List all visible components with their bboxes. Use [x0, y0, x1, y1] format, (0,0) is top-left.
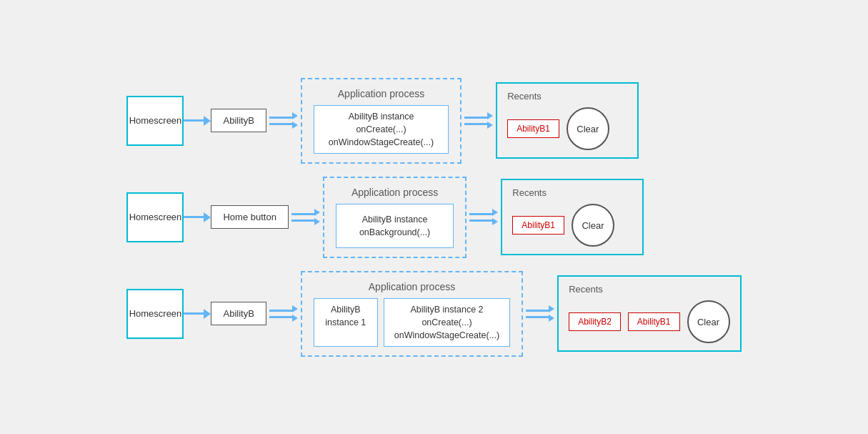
arrow-2-simple [184, 212, 211, 222]
diagram: Home screen AbilityB Application process [112, 64, 755, 371]
arrow-double-1b [464, 112, 493, 129]
arrow-head-2 [204, 212, 211, 222]
recents-box-1: Recents AbilityB1 Clear [496, 82, 639, 159]
clear-button-1[interactable]: Clear [567, 107, 609, 150]
recents-title-1: Recents [507, 91, 542, 102]
app-process-2: Application process AbilityB instance on… [323, 177, 467, 258]
arrow-1-simple [184, 116, 211, 126]
app-process-title-2: Application process [351, 187, 438, 198]
recents-item-3-1: AbilityB1 [628, 312, 680, 331]
recents-content-1: AbilityB1 Clear [507, 107, 609, 150]
clear-button-3[interactable]: Clear [687, 300, 730, 343]
row-1: Home screen AbilityB Application process [126, 78, 741, 164]
app-process-inner-3b: AbilityB instance 2 onCreate(...) onWind… [384, 298, 510, 347]
label-abilityb-1: AbilityB [211, 109, 266, 132]
arrow-body-2 [184, 216, 204, 218]
label-abilityb-3: AbilityB [211, 302, 266, 325]
recents-box-3: Recents AbilityB2 AbilityB1 Clear [557, 275, 741, 352]
app-process-3: Application process AbilityB instance 1 … [301, 271, 523, 357]
arrow-body-3 [184, 312, 204, 315]
row-3: Home screen AbilityB Application process [126, 271, 741, 357]
arrow-double-2b [469, 209, 498, 225]
recents-title-3: Recents [569, 284, 603, 295]
app-process-inner-2: AbilityB instance onBackground(...) [336, 204, 454, 248]
arrow-head-3 [204, 309, 211, 319]
app-process-title-1: Application process [338, 88, 424, 99]
arrow-double-3b [526, 305, 554, 322]
arrow-double-2 [291, 209, 320, 225]
home-screen-1: Home screen [126, 96, 184, 146]
clear-button-2[interactable]: Clear [572, 204, 614, 247]
recents-item-1-0: AbilityB1 [507, 119, 559, 138]
app-process-1: Application process AbilityB instance on… [301, 78, 462, 164]
app-process-row3: AbilityB instance 1 AbilityB instance 2 … [314, 298, 510, 347]
recents-content-2: AbilityB1 Clear [512, 204, 614, 247]
label-homebtn: Home button [211, 205, 288, 229]
app-process-inner-1: AbilityB instance onCreate(...) onWindow… [314, 105, 449, 154]
arrow-body [184, 119, 204, 122]
home-screen-2: Home screen [126, 192, 184, 242]
arrow-double-3 [269, 305, 298, 322]
arrow-3-simple [184, 309, 211, 319]
recents-item-3-0: AbilityB2 [569, 312, 621, 331]
row-2: Home screen Home button Application proc… [126, 177, 741, 258]
app-process-inner-3a: AbilityB instance 1 [314, 298, 378, 347]
recents-item-2-0: AbilityB1 [512, 216, 564, 235]
home-screen-3: Home screen [126, 289, 184, 339]
recents-content-3: AbilityB2 AbilityB1 Clear [569, 300, 729, 343]
recents-box-2: Recents AbilityB1 Clear [501, 179, 644, 255]
recents-title-2: Recents [512, 187, 547, 198]
app-process-title-3: Application process [369, 281, 455, 292]
arrow-double-1 [269, 112, 298, 129]
arrow-head [204, 116, 211, 126]
